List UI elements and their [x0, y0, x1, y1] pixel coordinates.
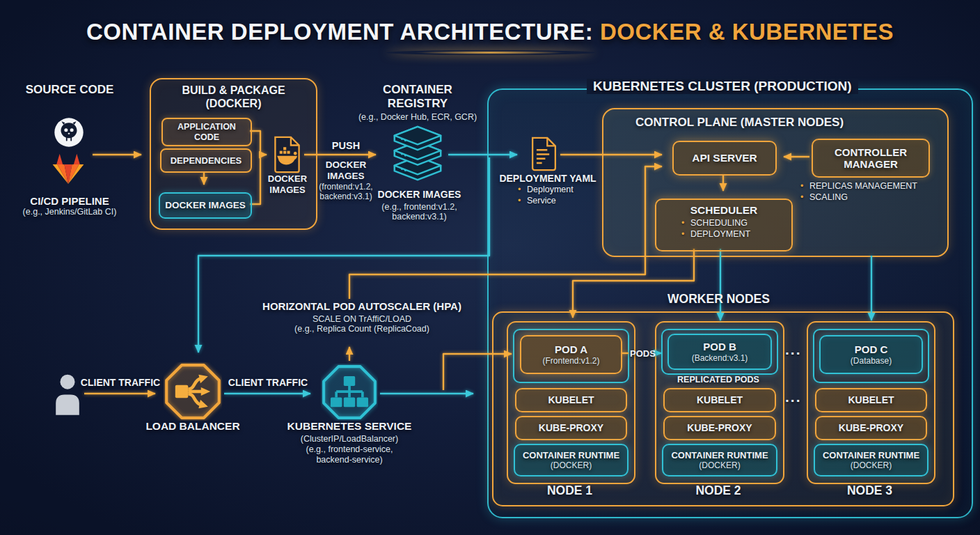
client-traffic-label-right: CLIENT TRAFFIC: [224, 377, 312, 389]
node2-label: NODE 2: [655, 483, 782, 498]
node2-kubelet-label: KUBELET: [697, 394, 743, 406]
node1-kube-proxy-label: KUBE-PROXY: [539, 422, 603, 434]
controller-manager-box: CONTROLLER MANAGER: [812, 139, 930, 178]
pod-c-title: POD C: [855, 343, 888, 356]
pod-a-title: POD A: [555, 343, 587, 356]
cicd-pipeline-label: CI/CD PIPELINE: [7, 195, 132, 208]
node2-runtime-label-1: CONTAINER RUNTIME: [671, 450, 768, 460]
ellipsis-kubelet: ...: [785, 389, 802, 405]
k8s-service-sub3: backend-service): [287, 455, 412, 465]
node1-kubelet-box: KUBELET: [515, 388, 627, 412]
registry-images-sub1: (e.g., frontend:v1.2,: [369, 202, 470, 212]
github-icon: [53, 116, 85, 149]
docker-file-icon: [271, 136, 303, 173]
k8s-service-sub1: (ClusterIP/LoadBalancer): [287, 434, 412, 444]
node3-label: NODE 3: [807, 483, 933, 498]
source-code-heading: SOURCE CODE: [17, 83, 122, 97]
scheduler-label: SCHEDULER: [656, 204, 791, 217]
load-balancer-icon: [164, 362, 222, 421]
registry-title-1: CONTAINER: [355, 83, 480, 97]
node1-kube-proxy-box: KUBE-PROXY: [515, 416, 627, 440]
application-code-label-1: APPLICATION: [177, 122, 236, 132]
cluster-title: KUBERNETES CLUSTER (PRODUCTION): [587, 79, 858, 94]
k8s-service-label: KUBERNETES SERVICE: [287, 420, 412, 433]
controller-manager-label-1: CONTROLLER: [835, 146, 907, 158]
load-balancer-label: LOAD BALANCER: [134, 420, 252, 433]
docker-artifact-label-1: DOCKER: [268, 173, 307, 184]
yaml-bullet-service: Service: [518, 196, 574, 207]
dependencies-box: DEPENDENCIES: [160, 148, 252, 173]
registry-images-sub2: backend:v3.1): [369, 212, 470, 222]
node1-runtime-label-2: (DOCKER): [551, 460, 592, 470]
service-tree-icon: [321, 364, 378, 421]
node3-kubelet-box: KUBELET: [815, 388, 927, 412]
pod-c-sub: (Database): [851, 356, 892, 366]
hpa-caption: HORIZONTAL POD AUTOSCALER (HPA) SCALE ON…: [244, 300, 480, 334]
registry-images-caption: DOCKER IMAGES (e.g., frontend:v1.2, back…: [369, 189, 470, 222]
page-title: CONTAINER DEPLOYMENT ARCHITECTURE: DOCKE…: [0, 19, 980, 45]
node1-runtime-box: CONTAINER RUNTIME (DOCKER): [514, 444, 629, 476]
node1-runtime-label-1: CONTAINER RUNTIME: [523, 450, 619, 460]
scheduler-bullet-deployment: DEPLOYMENT: [681, 229, 791, 240]
node1-label: NODE 1: [507, 483, 633, 498]
push-caption-1: DOCKER: [308, 160, 384, 171]
cicd-pipeline-sub: (e.g., Jenkins/GitLab CI): [3, 207, 136, 217]
controller-manager-bullets: REPLICAS MANAGEMENT SCALING: [800, 181, 917, 203]
worker-nodes-title: WORKER NODES: [647, 292, 790, 307]
node2-runtime-box: CONTAINER RUNTIME (DOCKER): [662, 444, 777, 476]
push-caption-2: IMAGES: [308, 171, 384, 182]
replicated-pods-label: REPLICATED PODS: [658, 375, 778, 385]
node3-runtime-label-2: (DOCKER): [851, 460, 892, 470]
yaml-title: DEPLOYMENT YAML: [496, 173, 600, 185]
k8s-service-sub2: (e.g., frontend-service,: [287, 444, 412, 455]
push-label: PUSH: [322, 140, 370, 152]
scheduler-box: SCHEDULER SCHEDULING DEPLOYMENT: [655, 199, 793, 251]
page-title-main: CONTAINER DEPLOYMENT ARCHITECTURE:: [86, 19, 593, 45]
build-docker-images-box: DOCKER IMAGES: [159, 192, 252, 219]
node1-kubelet-label: KUBELET: [548, 394, 594, 406]
pod-b-box: POD B (Backend:v3.1): [667, 334, 772, 370]
cm-bullet-scaling: SCALING: [800, 192, 917, 203]
scheduler-bullet-scheduling: SCHEDULING: [681, 218, 791, 229]
hpa-line3: (e.g., Replica Count (ReplicaCoad): [244, 324, 480, 334]
build-docker-images-label: DOCKER IMAGES: [165, 200, 246, 211]
api-server-box: API SERVER: [672, 141, 777, 176]
title-glow-divider: [386, 50, 595, 55]
api-server-label: API SERVER: [692, 152, 757, 164]
application-code-box: APPLICATION CODE: [161, 118, 252, 146]
ellipsis-pods: ...: [785, 341, 802, 358]
controller-manager-label-2: MANAGER: [844, 158, 898, 170]
k8s-service-caption: KUBERNETES SERVICE (ClusterIP/LoadBalanc…: [287, 420, 412, 465]
node3-runtime-label-1: CONTAINER RUNTIME: [823, 450, 919, 460]
cm-bullet-replicas: REPLICAS MANAGEMENT: [800, 181, 917, 192]
build-title: BUILD & PACKAGE: [151, 84, 316, 98]
application-code-label-2: CODE: [194, 132, 219, 142]
yaml-bullets: Deployment Service: [518, 185, 574, 206]
client-traffic-label-left: CLIENT TRAFFIC: [75, 377, 166, 389]
node2-kube-proxy-box: KUBE-PROXY: [663, 416, 776, 440]
node3-kube-proxy-label: KUBE-PROXY: [839, 422, 903, 434]
dependencies-label: DEPENDENCIES: [171, 155, 242, 166]
registry-subtitle: (e.g., Docker Hub, ECR, GCR): [355, 112, 480, 123]
pod-b-title: POD B: [703, 341, 736, 353]
node3-runtime-box: CONTAINER RUNTIME (DOCKER): [814, 444, 928, 476]
registry-images-label: DOCKER IMAGES: [369, 189, 470, 201]
node3-kube-proxy-box: KUBE-PROXY: [815, 416, 927, 440]
registry-heading: CONTAINER REGISTRY (e.g., Docker Hub, EC…: [355, 83, 480, 123]
docker-artifact-label-2: IMAGES: [269, 185, 305, 195]
yaml-file-icon: [529, 137, 559, 171]
pod-a-sub: (Frontend:v1.2): [542, 356, 599, 366]
gitlab-icon: [49, 150, 88, 186]
hpa-title: HORIZONTAL POD AUTOSCALER (HPA): [244, 300, 480, 313]
infographic-canvas: CONTAINER DEPLOYMENT ARCHITECTURE: DOCKE…: [0, 0, 980, 535]
page-title-highlight: DOCKER & KUBERNETES: [600, 19, 894, 45]
node3-kubelet-label: KUBELET: [848, 394, 894, 406]
pod-a-box: POD A (Frontend:v1.2): [520, 335, 622, 374]
node2-runtime-label-2: (DOCKER): [699, 460, 740, 470]
build-subtitle: (DOCKER): [151, 98, 316, 111]
pod-b-sub: (Backend:v3.1): [692, 353, 748, 363]
registry-stack-icon: [387, 124, 448, 184]
control-plane-title: CONTROL PLANE (MASTER NODES): [635, 116, 844, 130]
node2-kubelet-box: KUBELET: [663, 388, 776, 412]
registry-title-2: REGISTRY: [355, 97, 480, 111]
